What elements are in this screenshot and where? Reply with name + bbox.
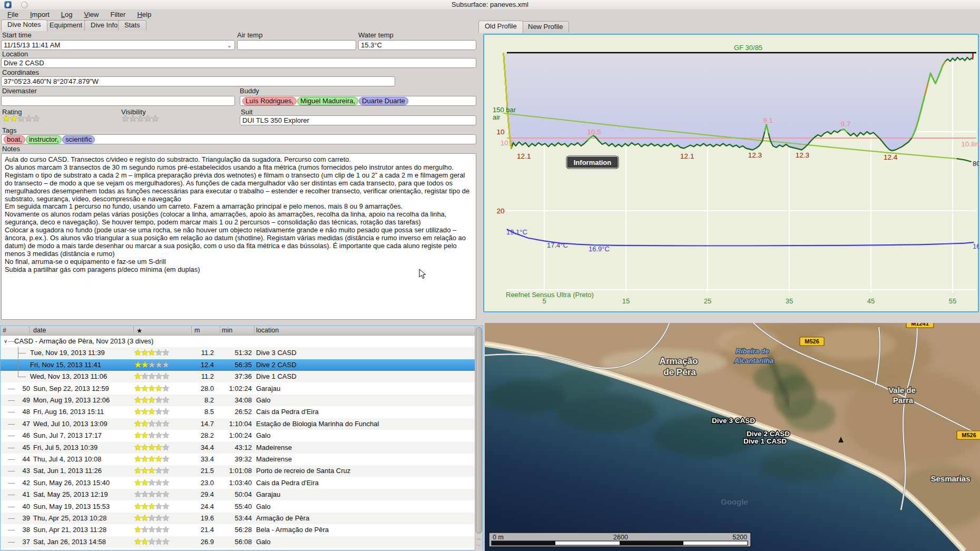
star-icon: ★: [9, 113, 17, 124]
star-icon: ★: [155, 513, 162, 523]
menu-log[interactable]: Log: [56, 10, 78, 19]
dive-site-label[interactable]: Dive 2 CASD: [747, 430, 790, 438]
dive-list-header[interactable]: #date★mminlocation: [1, 326, 483, 336]
coordinates-field[interactable]: 37°05'23.460"N 8°20'47.879"W: [1, 76, 395, 86]
star-icon: ★: [148, 466, 155, 476]
column-header-3[interactable]: m: [194, 327, 200, 334]
star-icon: ★: [134, 501, 141, 511]
star-icon: ★: [121, 113, 129, 124]
star-icon: ★: [155, 537, 162, 547]
location-field[interactable]: Dive 2 CASD: [1, 58, 476, 68]
tag-chip[interactable]: instructor,: [26, 135, 62, 144]
tag-chip[interactable]: Duarte Duarte: [359, 97, 408, 105]
dive-row[interactable]: 40Sun, May 19, 2013 15:53★★★★★24.455:40G…: [1, 501, 475, 513]
dive-row[interactable]: 44Thu, Jul 4, 2013 10:08★★★★★33.439:32Ma…: [1, 454, 475, 465]
visibility-stars[interactable]: ★★★★★: [121, 114, 159, 123]
star-icon: ★: [24, 113, 32, 124]
menu-import[interactable]: Import: [25, 10, 55, 19]
star-icon: ★: [155, 466, 162, 476]
expander-icon[interactable]: ∨: [4, 336, 7, 347]
information-button[interactable]: Information: [567, 156, 618, 168]
air-temp-field[interactable]: [237, 40, 356, 50]
dive-row[interactable]: 39Thu, Apr 25, 2013 10:28★★★★★19.653:44A…: [1, 513, 475, 524]
column-header-5[interactable]: location: [256, 327, 279, 334]
title-bar: Subsurface: paneves.xml: [0, 0, 980, 9]
scroll-up-icon[interactable]: ︿: [475, 535, 483, 542]
scroll-down-icon[interactable]: ﹀: [475, 542, 483, 549]
dive-row[interactable]: Wed, Nov 13, 2013 11:06★★★★★11.237:36Div…: [1, 371, 475, 382]
star-icon: ★: [134, 360, 141, 370]
dive-row[interactable]: 49Mon, Aug 19, 2013 12:06★★★★★8.234:08Ga…: [1, 395, 475, 406]
dive-row[interactable]: 45Fri, Jul 5, 2013 10:39★★★★★34.443:12Ma…: [1, 442, 475, 454]
dive-location-map[interactable]: Armaçãode PêraVale deParraSesmariasRibei…: [485, 323, 980, 551]
menu-file[interactable]: File: [2, 10, 24, 19]
dive-site-label[interactable]: Dive 3 CASD: [712, 417, 755, 425]
dive-row[interactable]: 36Sun, Jan 20, 2013 12:33★★★★★21.758:36C…: [1, 548, 475, 550]
dive-profile-chart[interactable]: 51525354555102010.810.8m19.1°C17.4°C16.9…: [487, 40, 979, 311]
star-icon: ★: [148, 395, 155, 405]
notes-textarea[interactable]: Aula do curso CASD. Transectos c/video e…: [1, 153, 476, 320]
star-icon: ★: [162, 466, 169, 476]
star-icon: ★: [134, 513, 141, 523]
dive-row[interactable]: Fri, Nov 15, 2013 11:41★★★★★12.456:35Div…: [1, 359, 475, 371]
dive-row[interactable]: 42Sun, May 26, 2013 15:40★★★★★23.01:03:4…: [1, 477, 475, 489]
chevron-down-icon[interactable]: ⌄: [227, 42, 232, 50]
rating-stars[interactable]: ★★★★★: [2, 114, 40, 123]
dive-row[interactable]: 41Sat, May 25, 2013 12:19★★★★★29.450:04G…: [1, 489, 475, 500]
star-icon: ★: [134, 430, 141, 440]
start-time-combobox[interactable]: 11/15/13 11:41 AM ⌄: [1, 40, 235, 50]
star-icon: ★: [141, 454, 148, 464]
tray-icon[interactable]: [21, 2, 28, 8]
tab-stats[interactable]: Stats: [118, 20, 146, 31]
svg-text:12.4: 12.4: [884, 153, 898, 161]
tab-old-profile[interactable]: Old Profile: [478, 21, 523, 33]
tag-chip[interactable]: Miguel Madureira,: [297, 97, 358, 105]
water-temp-field[interactable]: 15.3°C: [358, 40, 476, 50]
star-icon: ★: [155, 395, 162, 405]
star-icon: ★: [162, 548, 169, 550]
dive-row[interactable]: 38Sun, Apr 21, 2013 11:28★★★★★21.456:28B…: [1, 524, 475, 536]
tab-new-profile[interactable]: New Profile: [522, 21, 569, 33]
dive-row[interactable]: Tue, Nov 19, 2013 11:39★★★★★11.251:32Div…: [1, 347, 475, 359]
map-watermark: Google: [721, 497, 748, 506]
suit-field[interactable]: DUI TLS 350 Explorer: [240, 115, 476, 125]
star-icon: ★: [134, 383, 141, 393]
dive-site-label[interactable]: Dive 1 CASD: [743, 437, 787, 445]
menu-view[interactable]: View: [79, 10, 104, 19]
menu-help[interactable]: Help: [132, 10, 156, 19]
star-icon: ★: [155, 419, 162, 429]
dive-list[interactable]: #date★mminlocation ∨CASD - Armação de Pê…: [0, 326, 483, 550]
road-badge: M526: [957, 431, 980, 439]
dive-row[interactable]: 50Sun, Sep 22, 2013 12:59★★★★★28.01:02:2…: [1, 383, 475, 395]
column-header-4[interactable]: min: [222, 327, 232, 334]
column-header-0[interactable]: #: [3, 327, 6, 334]
svg-text:9.7: 9.7: [841, 120, 851, 128]
column-header-2[interactable]: ★: [136, 327, 142, 334]
dive-row[interactable]: 46Sun, Jul 7, 2013 17:17★★★★★28.21:00:24…: [1, 430, 475, 441]
svg-text:12.3: 12.3: [796, 151, 809, 159]
tab-equipment[interactable]: Equipment: [43, 20, 89, 31]
subsurface-window: Subsurface: paneves.xml FileImportLogVie…: [0, 0, 980, 551]
divemaster-field[interactable]: [1, 96, 235, 106]
tags-field[interactable]: boat,instructor,scientific: [1, 134, 476, 144]
svg-text:Parra: Parra: [893, 396, 914, 405]
trip-group-row[interactable]: ∨CASD - Armação de Pêra, Nov 2013 (3 div…: [1, 336, 475, 347]
svg-text:17.4°C: 17.4°C: [547, 241, 568, 249]
dive-list-scrollbar[interactable]: ︿ ﹀: [475, 326, 483, 550]
svg-text:9.1: 9.1: [763, 116, 773, 124]
menu-filter[interactable]: Filter: [105, 10, 131, 19]
tab-dive-notes[interactable]: Dive Notes: [1, 19, 47, 31]
dive-row[interactable]: 48Fri, Aug 16, 2013 15:11★★★★★8.526:52Ca…: [1, 406, 475, 418]
star-icon: ★: [155, 489, 162, 499]
star-icon: ★: [155, 454, 162, 464]
tag-chip[interactable]: boat,: [4, 135, 25, 144]
svg-text:air: air: [493, 113, 501, 121]
dive-row[interactable]: 43Sat, Jun 1, 2013 11:26★★★★★21.51:01:08…: [1, 465, 475, 477]
dive-row[interactable]: 47Wed, Jul 10, 2013 13:09★★★★★14.71:10:0…: [1, 418, 475, 430]
tag-chip[interactable]: scientific: [62, 135, 95, 144]
scrollbar-thumb[interactable]: [476, 327, 482, 534]
dive-row[interactable]: 37Sat, Jan 26, 2013 14:58★★★★★26.956:08G…: [1, 536, 475, 548]
buddy-field[interactable]: Luís Rodrigues,Miguel Madureira,Duarte D…: [240, 96, 476, 106]
column-header-1[interactable]: date: [33, 327, 46, 334]
tag-chip[interactable]: Luís Rodrigues,: [242, 97, 297, 105]
